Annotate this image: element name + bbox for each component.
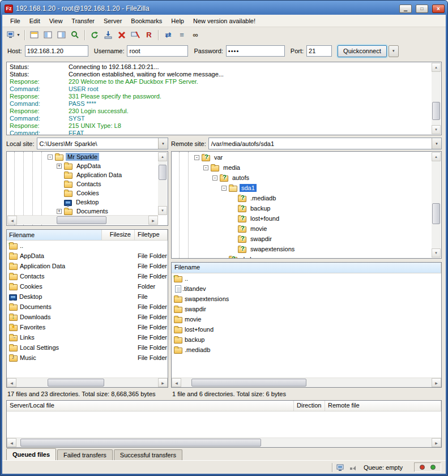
collapse-icon[interactable] bbox=[221, 186, 227, 191]
file-row-desktop[interactable]: Desktop File bbox=[7, 291, 168, 302]
log-scrollbar[interactable]: ▲ ▼ bbox=[432, 63, 441, 134]
file-row-swapdir[interactable]: swapdir bbox=[172, 304, 441, 314]
combo-dropdown-button[interactable]: ▼ bbox=[158, 138, 168, 149]
tree-item-swapextensions[interactable]: swapextensions bbox=[172, 244, 432, 254]
column-header-direction[interactable]: Direction bbox=[294, 401, 325, 411]
column-header-filesize[interactable]: Filesize bbox=[102, 230, 135, 240]
file-row-movie[interactable]: movie bbox=[172, 314, 441, 324]
tree-item-mr-sparkle[interactable]: Mr Sparkle bbox=[7, 152, 158, 161]
combo-dropdown-button[interactable]: ▼ bbox=[432, 138, 441, 149]
maximize-button[interactable]: □ bbox=[416, 5, 428, 13]
menu-new-version-notice[interactable]: New version available! bbox=[189, 15, 260, 27]
local-tree-hscrollbar[interactable]: ◀ ▶ bbox=[7, 215, 158, 225]
host-input[interactable] bbox=[25, 45, 88, 57]
scroll-up-button[interactable]: ▲ bbox=[432, 63, 441, 72]
local-tree-vscrollbar[interactable]: ▲ ▼ bbox=[158, 152, 167, 215]
tree-item-contacts[interactable]: Contacts bbox=[7, 179, 158, 188]
scroll-left-button[interactable]: ◀ bbox=[7, 438, 16, 447]
file-row-backup[interactable]: backup bbox=[172, 335, 441, 345]
username-input[interactable] bbox=[127, 45, 188, 57]
scroll-left-button[interactable]: ◀ bbox=[7, 378, 16, 387]
file-row-cookies[interactable]: Cookies Folder bbox=[7, 281, 168, 291]
scroll-left-button[interactable]: ◀ bbox=[7, 216, 17, 225]
menu-transfer[interactable]: Transfer bbox=[67, 15, 99, 27]
scroll-right-button[interactable]: ▶ bbox=[158, 378, 168, 387]
scroll-thumb[interactable] bbox=[191, 379, 306, 387]
file-row-local-settings[interactable]: Local Settings File Folder bbox=[7, 342, 168, 353]
remote-tree-vscrollbar[interactable]: ▲ ▼ bbox=[432, 152, 441, 258]
disconnect-button[interactable] bbox=[129, 28, 142, 41]
file-row-titandev[interactable]: .titandev bbox=[172, 284, 441, 294]
tree-item-movie[interactable]: movie bbox=[172, 224, 432, 234]
file-row-documents[interactable]: Documents File Folder bbox=[7, 302, 168, 312]
file-row-lost-found[interactable]: lost+found bbox=[172, 324, 441, 335]
filename-filters-button[interactable] bbox=[69, 28, 82, 41]
tree-item-var[interactable]: var bbox=[172, 152, 432, 162]
menu-server[interactable]: Server bbox=[99, 15, 126, 27]
file-row-swapextensions[interactable]: swapextensions bbox=[172, 294, 441, 304]
collapse-icon[interactable] bbox=[48, 155, 53, 160]
scroll-right-button[interactable]: ▶ bbox=[432, 438, 441, 447]
minimize-button[interactable]: ▁ bbox=[399, 5, 412, 13]
tree-item-mediadb[interactable]: .mediadb bbox=[172, 193, 432, 203]
tab-queued-files[interactable]: Queued files bbox=[6, 448, 56, 460]
tree-item-application-data[interactable]: Application Data bbox=[7, 170, 158, 179]
tree-item-autofs[interactable]: autofs bbox=[172, 173, 432, 183]
scroll-thumb[interactable] bbox=[432, 203, 440, 224]
scroll-left-button[interactable]: ◀ bbox=[172, 378, 181, 387]
file-row-updir[interactable]: .. bbox=[172, 273, 441, 284]
local-list-hscrollbar[interactable]: ◀ ▶ bbox=[7, 378, 168, 387]
tree-item-media[interactable]: media bbox=[172, 162, 432, 173]
file-row-mediadb[interactable]: .mediadb bbox=[172, 345, 441, 355]
toggle-message-log-button[interactable] bbox=[28, 28, 41, 41]
column-header-remote-file[interactable]: Remote file bbox=[325, 401, 441, 411]
quickconnect-dropdown-button[interactable]: ▼ bbox=[389, 45, 399, 57]
column-header-filename[interactable]: Filename bbox=[172, 263, 441, 273]
local-site-combo[interactable]: C:\Users\Mr Sparkle\ ▼ bbox=[37, 138, 168, 149]
scroll-right-button[interactable]: ▶ bbox=[148, 216, 158, 225]
directory-comparison-button[interactable]: ⇄ bbox=[161, 28, 175, 41]
remote-list-hscrollbar[interactable]: ◀ ▶ bbox=[172, 378, 441, 387]
process-queue-button[interactable] bbox=[101, 28, 115, 41]
collapse-icon[interactable] bbox=[212, 175, 217, 181]
toggle-remote-tree-button[interactable] bbox=[55, 28, 69, 41]
refresh-button[interactable] bbox=[88, 28, 101, 41]
file-row-updir[interactable]: .. bbox=[7, 241, 168, 251]
password-input[interactable] bbox=[226, 45, 285, 57]
column-header-server-local-file[interactable]: Server/Local file bbox=[7, 401, 294, 411]
expand-icon[interactable] bbox=[57, 209, 62, 214]
file-row-appdata[interactable]: AppData File Folder bbox=[7, 251, 168, 261]
tree-item-cookies[interactable]: Cookies bbox=[7, 188, 158, 198]
menu-bookmarks[interactable]: Bookmarks bbox=[126, 15, 167, 27]
titlebar[interactable]: Fz 192.168.1.20 - root@192.168.1.20 - Fi… bbox=[2, 1, 446, 15]
scroll-down-button[interactable]: ▼ bbox=[158, 206, 167, 215]
file-row-application-data[interactable]: Application Data File Folder bbox=[7, 261, 168, 271]
tab-successful-transfers[interactable]: Successful transfers bbox=[114, 449, 182, 460]
site-manager-button[interactable]: ▼ bbox=[5, 28, 22, 41]
scroll-thumb[interactable] bbox=[57, 216, 106, 224]
scroll-thumb[interactable] bbox=[159, 165, 167, 180]
menu-help[interactable]: Help bbox=[167, 15, 189, 27]
collapse-icon[interactable] bbox=[194, 155, 199, 160]
cancel-button[interactable] bbox=[115, 28, 129, 41]
tree-item-swapdir[interactable]: swapdir bbox=[172, 234, 432, 244]
port-input[interactable] bbox=[306, 45, 332, 57]
tab-failed-transfers[interactable]: Failed transfers bbox=[57, 449, 113, 460]
scroll-up-button[interactable]: ▲ bbox=[432, 152, 441, 161]
tree-item-backup[interactable]: backup bbox=[172, 203, 432, 213]
find-files-button[interactable]: ∞ bbox=[189, 28, 202, 41]
tree-item-documents[interactable]: Documents bbox=[7, 207, 158, 216]
toggle-local-tree-button[interactable] bbox=[41, 28, 55, 41]
file-row-favorites[interactable]: Favorites File Folder bbox=[7, 322, 168, 332]
queue-body[interactable] bbox=[7, 411, 441, 438]
menu-view[interactable]: View bbox=[45, 15, 67, 27]
collapse-icon[interactable] bbox=[203, 165, 208, 170]
synchronized-browsing-button[interactable]: ≡ bbox=[175, 28, 189, 41]
file-row-downloads[interactable]: Downloads File Folder bbox=[7, 312, 168, 322]
scroll-up-button[interactable]: ▲ bbox=[158, 152, 167, 161]
close-button[interactable]: × bbox=[432, 5, 445, 13]
column-header-filetype[interactable]: Filetype bbox=[135, 230, 168, 240]
remote-site-combo[interactable]: /var/media/autofs/sda1 ▼ bbox=[208, 138, 442, 149]
file-row-contacts[interactable]: Contacts File Folder bbox=[7, 271, 168, 281]
tree-item-lost-found[interactable]: lost+found bbox=[172, 213, 432, 224]
